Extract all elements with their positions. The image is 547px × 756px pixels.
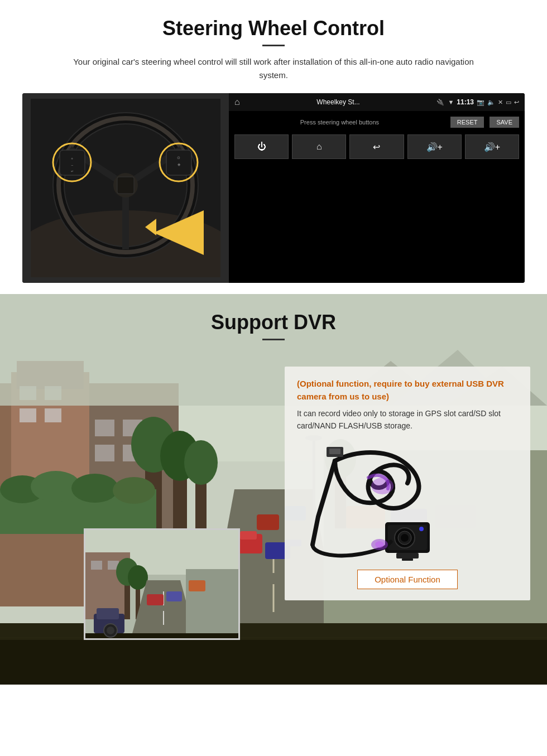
svg-text:+: + — [71, 157, 73, 161]
dvr-description: It can record video only to storage in G… — [297, 407, 518, 432]
dvr-title: Support DVR — [0, 311, 547, 334]
swc-btn-power[interactable]: ⏻ — [234, 134, 289, 159]
home-icon: ⌂ — [234, 97, 240, 107]
steering-wheel-svg: + − ↵ ⊙ ◈ — [22, 93, 229, 283]
svg-rect-97 — [166, 591, 182, 601]
back-icon: ↩ — [514, 99, 519, 106]
svg-rect-51 — [240, 531, 257, 540]
svg-point-79 — [419, 527, 424, 531]
reset-button[interactable]: RESET — [450, 117, 484, 128]
dvr-camera-svg — [301, 444, 514, 561]
svg-rect-70 — [0, 637, 547, 638]
svg-rect-54 — [257, 514, 279, 530]
clock-display: 11:13 — [457, 98, 474, 106]
dvr-section: Support DVR (Optional function, require … — [0, 294, 547, 685]
svg-point-104 — [107, 627, 114, 634]
svg-point-92 — [128, 565, 148, 590]
swc-btn-vol-up-1[interactable]: 🔊+ — [407, 134, 462, 159]
svg-rect-33 — [95, 445, 114, 461]
dvr-title-divider — [262, 339, 285, 340]
steering-title: Steering Wheel Control — [22, 17, 525, 40]
save-button[interactable]: SAVE — [490, 117, 519, 128]
wifi-icon: ▼ — [448, 99, 454, 105]
svg-rect-81 — [402, 558, 413, 561]
svg-rect-99 — [189, 580, 205, 591]
svg-point-45 — [113, 477, 155, 504]
svg-text:−: − — [71, 163, 73, 167]
svg-point-78 — [401, 534, 409, 542]
status-icons: ▼ 11:13 📷 🔈 ✕ ▭ ↩ — [448, 98, 519, 106]
steering-image-area: + − ↵ ⊙ ◈ ⌂ Wheel — [22, 93, 525, 283]
svg-rect-28 — [20, 408, 36, 422]
dashcam-preview — [84, 528, 240, 640]
x-icon: ✕ — [498, 99, 503, 106]
swc-buttons-grid: ⏻ ⌂ ↩ 🔊+ 🔊+ — [234, 134, 519, 159]
svg-rect-9 — [117, 177, 134, 194]
volume-icon: 🔈 — [487, 99, 495, 106]
android-content: Press steering wheel buttons RESET SAVE … — [229, 111, 525, 283]
usb-icon: 🔌 — [436, 99, 444, 106]
steering-photo: + − ↵ ⊙ ◈ — [22, 93, 229, 283]
swc-btn-vol-up-2[interactable]: 🔊+ — [465, 134, 519, 159]
steering-subtitle: Your original car's steering wheel contr… — [73, 55, 474, 82]
svg-rect-72 — [329, 449, 340, 454]
svg-point-83 — [375, 541, 384, 548]
screen-icon: ▭ — [506, 99, 511, 106]
svg-rect-98 — [186, 569, 240, 640]
svg-rect-31 — [95, 420, 114, 436]
svg-rect-96 — [147, 594, 164, 605]
swc-header: Press steering wheel buttons RESET SAVE — [234, 117, 519, 128]
dashcam-preview-svg — [85, 530, 240, 640]
title-divider-1 — [262, 45, 285, 46]
android-screen: ⌂ Wheelkey St... 🔌 ▼ 11:13 📷 🔈 ✕ ▭ ↩ Pre… — [229, 93, 525, 283]
steering-section: Steering Wheel Control Your original car… — [0, 0, 547, 294]
dashcam-preview-inner — [85, 530, 238, 638]
svg-text:↵: ↵ — [71, 170, 74, 173]
steering-wheel-graphic: + − ↵ ⊙ ◈ — [31, 99, 220, 277]
dvr-section-header: Support DVR — [0, 294, 547, 340]
swc-btn-home[interactable]: ⌂ — [292, 134, 346, 159]
dvr-info-card: (Optional function, require to buy exter… — [285, 367, 530, 600]
dvr-camera-image — [297, 441, 518, 564]
svg-point-40 — [184, 440, 218, 485]
svg-point-73 — [371, 478, 394, 494]
svg-rect-87 — [91, 561, 102, 570]
svg-rect-102 — [97, 608, 119, 619]
camera-icon: 📷 — [477, 99, 484, 106]
svg-rect-29 — [45, 408, 61, 422]
svg-text:⊙: ⊙ — [177, 156, 180, 160]
swc-btn-back[interactable]: ↩ — [349, 134, 404, 159]
swc-instruction: Press steering wheel buttons — [234, 119, 445, 126]
optional-function-button[interactable]: Optional Function — [357, 570, 458, 589]
app-title-text: Wheelkey St... — [243, 98, 434, 106]
android-status-bar: ⌂ Wheelkey St... 🔌 ▼ 11:13 📷 🔈 ✕ ▭ ↩ — [229, 93, 525, 111]
svg-rect-80 — [396, 553, 419, 558]
svg-point-44 — [71, 474, 118, 503]
dvr-optional-note: (Optional function, require to buy exter… — [297, 378, 518, 403]
